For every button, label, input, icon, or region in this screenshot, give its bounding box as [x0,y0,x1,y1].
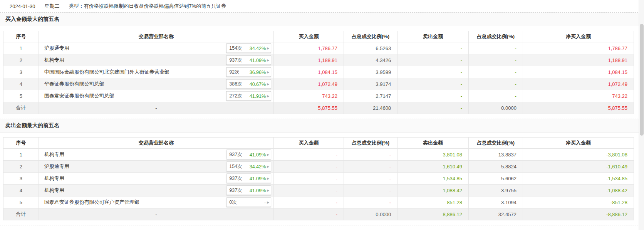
sell-ratio: 5.8824 [469,161,523,173]
row-no: 3 [3,66,39,78]
weekday-label: 星期二 [45,3,60,10]
row-no: 4 [3,185,39,196]
sell-amount: 1,088.42 [397,185,469,196]
table-row: 1 机构专用 937次41.09%▶ - - 3,801.08 13.8837 … [3,149,634,161]
rank-count-badge[interactable]: 386次40.67%▶ [226,79,271,89]
col-seq: 序号 [3,31,39,42]
net-buy-amount: 1,084.15 [523,66,634,78]
chevron-right-icon: ▶ [267,189,269,192]
rank-count-badge[interactable]: 0次-▶ [226,198,271,207]
chevron-right-icon: ▶ [267,177,269,180]
table-row: 2 机构专用 937次41.09%▶ 1,188.91 4.3426 - - 1… [3,54,634,66]
net-buy-amount: -1,610.49 [523,161,634,173]
rank-count-badge[interactable]: 154次34.42%▶ [226,162,271,171]
sell-ratio: - [469,42,523,54]
total-label: 合计 [3,102,39,114]
buy-amount: - [274,196,344,208]
buy-amount: 1,786.77 [274,42,344,54]
buy-table: 序号 交易营业部名称 买入金额 占总成交比例(%) 卖出金额 占总成交比例(%)… [3,31,634,114]
net-buy-amount: -851.28 [523,196,634,208]
buy-amount: 743.22 [274,90,344,102]
row-no: 5 [3,90,39,102]
sell-amount: - [397,54,469,66]
type-line: 类型：有价格涨跌幅限制的日收盘价格跌幅偏离值达到7%的前五只证券 [69,3,226,10]
sell-ratio: - [469,90,523,102]
total-row: 合计 - 5,875.55 21.4608 - 0.0000 5,875.55 [3,102,634,114]
chevron-right-icon: ▶ [267,59,269,62]
buy-ratio: 3.9174 [344,78,397,90]
buy-amount: 5,875.55 [274,102,344,114]
buy-amount: - [274,185,344,196]
chevron-right-icon: ▶ [267,71,269,74]
col-buy-amount: 买入金额 [274,138,344,149]
sell-ratio: 3.9755 [469,185,523,196]
buy-amount: 1,084.15 [274,66,344,78]
col-sell-amount: 卖出金额 [397,138,469,149]
col-branch-name: 交易营业部名称 [39,138,274,149]
net-buy-amount: 1,072.49 [523,78,634,90]
net-buy-amount: 5,875.55 [523,102,634,114]
row-no: 3 [3,173,39,185]
net-buy-amount: -1,534.85 [523,173,634,185]
sell-table: 序号 交易营业部名称 买入金额 占总成交比例(%) 卖出金额 占总成交比例(%)… [3,137,634,220]
table-row: 3 机构专用 937次41.09%▶ - - 1,534.85 5.6062 -… [3,173,634,185]
sell-amount: 3,801.08 [397,149,469,161]
sell-ratio: 0.0000 [469,102,523,114]
col-buy-amount: 买入金额 [274,31,344,42]
rank-count-badge[interactable]: 272次41.91%▶ [226,91,271,101]
col-buy-ratio: 占总成交比例(%) [344,138,397,149]
section-title-buy: 买入金额最大的前五名 [0,13,644,26]
sell-amount: - [397,102,469,114]
chevron-right-icon: ▶ [267,94,269,97]
net-buy-amount: -1,088.42 [523,185,634,196]
row-no: 5 [3,196,39,208]
branch-name: 中国国际金融股份有限公司北京建国门外大街证券营业部 [44,69,169,75]
rank-count-badge[interactable]: 937次41.09%▶ [226,174,271,183]
row-no: 1 [3,149,39,161]
table-row: 1 沪股通专用 154次34.42%▶ 1,786.77 6.5263 - - … [3,42,634,54]
sell-amount: - [397,42,469,54]
vertical-scrollbar [639,0,644,230]
sell-amount: 1,610.49 [397,161,469,173]
col-sell-ratio: 占总成交比例(%) [469,31,523,42]
total-name: - [39,208,274,220]
buy-table-header: 序号 交易营业部名称 买入金额 占总成交比例(%) 卖出金额 占总成交比例(%)… [3,31,634,42]
buy-amount: - [274,161,344,173]
sell-ratio: - [469,78,523,90]
col-net-buy: 净买入金额 [523,138,634,149]
buy-ratio: 2.7147 [344,90,397,102]
rank-count-badge[interactable]: 937次41.09%▶ [226,55,271,65]
branch-name: 机构专用 [44,151,64,157]
sell-amount: 8,886.12 [397,208,469,220]
row-no: 1 [3,42,39,54]
rank-count-badge[interactable]: 92次36.96%▶ [226,67,271,77]
branch-name: 机构专用 [44,175,64,181]
buy-ratio: 4.3426 [344,54,397,66]
row-no: 2 [3,161,39,173]
scrollbar-thumb[interactable] [640,24,644,136]
buy-ratio: - [344,149,397,161]
top-info-bar: 2024-01-30 星期二 类型：有价格涨跌幅限制的日收盘价格跌幅偏离值达到7… [0,0,644,13]
rank-count-badge[interactable]: 937次41.09%▶ [226,186,271,195]
branch-name: 沪股通专用 [44,45,69,51]
section-title-sell: 卖出金额最大的前五名 [0,119,644,133]
branch-name: 国泰君安证券股份有限公司客户资产管理部 [44,199,139,205]
sell-ratio: - [469,54,523,66]
net-buy-amount: -3,801.08 [523,149,634,161]
rank-count-badge[interactable]: 154次34.42%▶ [226,44,271,53]
branch-name: 机构专用 [44,187,64,193]
sell-ratio: - [469,66,523,78]
table-row: 5 国泰君安证券股份有限公司客户资产管理部 0次-▶ - - 851.28 3.… [3,196,634,208]
table-row: 4 华泰证券股份有限公司总部 386次40.67%▶ 1,072.49 3.91… [3,78,634,90]
buy-amount: - [274,173,344,185]
branch-name: 沪股通专用 [44,163,69,169]
row-no: 2 [3,54,39,66]
buy-ratio: 6.5263 [344,42,397,54]
buy-amount: - [274,149,344,161]
rank-count-badge[interactable]: 937次41.09%▶ [226,150,271,159]
col-net-buy: 净买入金额 [523,31,634,42]
col-branch-name: 交易营业部名称 [39,31,274,42]
sell-ratio: 32.4572 [469,208,523,220]
buy-ratio: 3.9599 [344,66,397,78]
total-row: 合计 - - 0.0000 8,886.12 32.4572 -8,886.12 [3,208,634,220]
